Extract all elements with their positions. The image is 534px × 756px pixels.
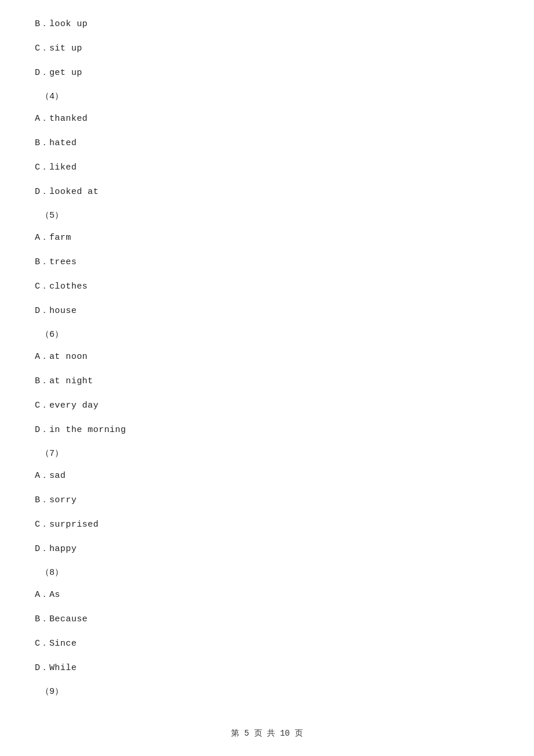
option-d-getup: D．get up [35,66,499,80]
section-7-label: （7） [35,448,499,459]
option-7b: B．sorry [35,494,499,507]
option-4c: C．liked [35,161,499,175]
option-8b: B．Because [35,613,499,627]
option-b-lookup: B．look up [35,17,499,31]
section-6: （6） A．at noon B．at night C．every day D．i… [35,329,499,437]
section-9-label: （9） [35,686,499,697]
section-8-label: （8） [35,567,499,578]
option-6a: A．at noon [35,350,499,364]
option-8a: A．As [35,588,499,602]
section-top: B．look up C．sit up D．get up [35,17,499,80]
option-8d: D．While [35,661,499,675]
page-content: B．look up C．sit up D．get up （4） A．thanke… [0,0,534,742]
option-4a: A．thanked [35,112,499,126]
option-4b: B．hated [35,136,499,150]
section-8: （8） A．As B．Because C．Since D．While [35,567,499,675]
section-5-label: （5） [35,210,499,221]
footer-text: 第 5 页 共 10 页 [231,729,302,738]
option-c-situp: C．sit up [35,42,499,56]
option-7c: C．surprised [35,518,499,532]
option-4d: D．looked at [35,185,499,199]
page-footer: 第 5 页 共 10 页 [0,728,534,739]
option-5a: A．farm [35,231,499,245]
section-4: （4） A．thanked B．hated C．liked D．looked a… [35,91,499,199]
section-4-label: （4） [35,91,499,102]
option-5c: C．clothes [35,280,499,294]
section-5: （5） A．farm B．trees C．clothes D．house [35,210,499,318]
option-6d: D．in the morning [35,423,499,437]
section-9: （9） [35,686,499,697]
section-6-label: （6） [35,329,499,340]
option-7d: D．happy [35,542,499,556]
option-6b: B．at night [35,375,499,388]
option-7a: A．sad [35,469,499,483]
section-7: （7） A．sad B．sorry C．surprised D．happy [35,448,499,556]
option-6c: C．every day [35,399,499,413]
option-8c: C．Since [35,637,499,651]
option-5b: B．trees [35,255,499,269]
option-5d: D．house [35,304,499,318]
